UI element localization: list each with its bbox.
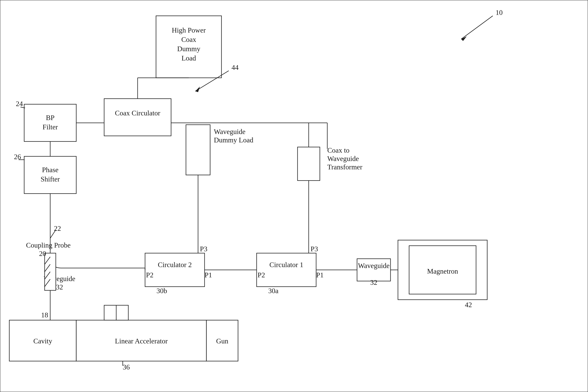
svg-line-30 <box>50 230 56 238</box>
phase-shifter-label2: Shifter <box>40 175 60 183</box>
gun-label: Gun <box>216 337 228 345</box>
p3a: P3 <box>310 245 318 253</box>
p1a-label: P1 <box>316 271 323 279</box>
coupling-probe-label: Coupling Probe <box>26 241 71 249</box>
cavity-label: Cavity <box>33 337 52 345</box>
wg-dummy-load-label2: Dummy Load <box>214 136 253 144</box>
hp-coax-label3: Dummy <box>177 45 201 53</box>
p1b-label: P1 <box>205 271 212 279</box>
circ2-label1: Circulator 2 <box>158 261 192 268</box>
circ1-label1: Circulator 1 <box>270 261 303 268</box>
hp-coax-label1: High Power <box>172 26 206 34</box>
phase-shifter-box <box>24 156 76 194</box>
ref-10: 10 <box>496 8 503 16</box>
ref-42: 42 <box>465 301 472 308</box>
ref-32a: 32 <box>56 283 63 291</box>
linear-accel-label: Linear Accelerator <box>115 337 168 345</box>
ref-36: 36 <box>123 363 130 371</box>
ref-30a: 30a <box>268 287 279 295</box>
magnetron-label: Magnetron <box>427 267 458 275</box>
p2b-label: P2 <box>146 271 153 279</box>
wg-dummy-load-label1: Waveguide <box>214 128 246 136</box>
circulator1-box <box>257 253 316 287</box>
ref-24: 24 <box>16 100 23 108</box>
phase-shifter-label1: Phase <box>42 166 59 174</box>
ref-32b: 32 <box>370 278 377 286</box>
coax-waveguide-xfmr-box <box>297 147 320 180</box>
ref-20: 20 <box>39 250 46 258</box>
circulator2-box <box>145 253 205 287</box>
p2a-label: P2 <box>258 271 265 279</box>
hp-coax-label2: Coax <box>181 36 196 43</box>
svg-line-3 <box>461 16 493 39</box>
bp-filter-box <box>24 104 76 142</box>
coax-circulator-box <box>104 99 171 136</box>
coax-wg-label1: Coax to <box>327 146 349 154</box>
svg-marker-2 <box>195 86 200 92</box>
coax-wg-label2: Waveguide <box>327 155 359 162</box>
ref-18: 18 <box>41 311 48 319</box>
diagram: text { font-family: 'Times New Roman', T… <box>0 0 588 392</box>
hp-coax-label4: Load <box>182 54 196 62</box>
p3b: P3 <box>200 245 207 253</box>
bp-filter-label1: BP <box>46 114 54 122</box>
waveguide-dummy-load-box <box>186 125 210 175</box>
ref-44: 44 <box>232 64 239 71</box>
bp-filter-label2: Filter <box>42 123 58 131</box>
coax-circulator-label1: Coax Circulator <box>115 109 160 117</box>
waveguide2-label: Waveguide <box>358 262 390 270</box>
coax-wg-label3: Transformer <box>327 163 362 171</box>
ref-30b: 30b <box>157 287 167 295</box>
